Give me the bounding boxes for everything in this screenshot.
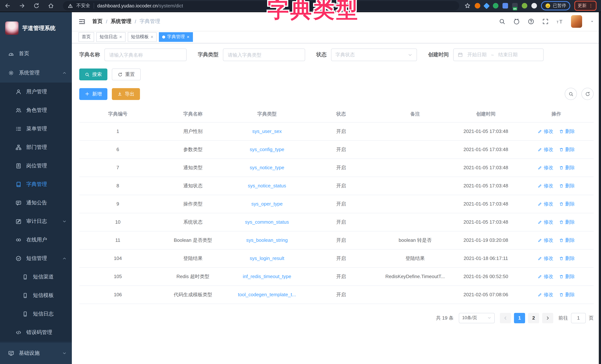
browser-menu-icon[interactable] xyxy=(588,3,593,8)
search-button[interactable]: 搜索 xyxy=(79,69,107,80)
fullscreen-icon[interactable] xyxy=(542,18,549,25)
refresh-table-button[interactable] xyxy=(581,88,594,100)
sidebar-item-sms[interactable]: 短信管理 xyxy=(0,249,72,268)
browser-home-icon[interactable] xyxy=(48,3,54,9)
edit-action[interactable]: 修改 xyxy=(538,255,553,262)
dict-type-link[interactable]: sys_boolean_string xyxy=(246,237,288,243)
edit-action[interactable]: 修改 xyxy=(538,291,553,298)
edit-action[interactable]: 修改 xyxy=(538,237,553,243)
sidebar-item-system[interactable]: 系统管理 xyxy=(0,63,72,82)
app-logo[interactable]: 芋道管理系统 xyxy=(0,12,72,44)
dict-type-link[interactable]: sys_notice_type xyxy=(250,165,284,170)
edit-action[interactable]: 修改 xyxy=(538,146,553,153)
breadcrumb-item[interactable]: 首页 xyxy=(92,18,103,25)
delete-action[interactable]: 删除 xyxy=(559,291,575,298)
help-icon[interactable] xyxy=(528,18,534,25)
tab-close-icon[interactable]: × xyxy=(187,34,190,39)
bookmark-star-icon[interactable] xyxy=(464,3,471,9)
sidebar-item-label: 菜单管理 xyxy=(26,126,47,132)
delete-action[interactable]: 删除 xyxy=(559,128,575,135)
address-bar[interactable]: 不安全 dashboard.yudao.iocoder.cn/system/di… xyxy=(63,1,459,10)
edit-action[interactable]: 修改 xyxy=(538,273,553,280)
delete-action[interactable]: 删除 xyxy=(559,182,575,189)
sidebar-item-infra[interactable]: 基础设施 xyxy=(0,343,72,364)
sidebar-item-sms-log[interactable]: 短信日志 xyxy=(0,305,72,323)
sidebar-item-post[interactable]: 岗位管理 xyxy=(0,157,72,175)
sidebar-item-home[interactable]: 首页 xyxy=(0,44,72,63)
page-button-1[interactable]: 1 xyxy=(514,313,525,323)
browser-reload-icon[interactable] xyxy=(33,3,40,9)
extension-orange-circle-icon[interactable] xyxy=(475,3,480,9)
extension-blue-grid-icon[interactable] xyxy=(502,3,508,9)
browser-forward-icon[interactable] xyxy=(19,3,25,9)
tab-close-icon[interactable]: × xyxy=(119,34,122,39)
delete-action[interactable]: 删除 xyxy=(559,146,575,153)
dict-type-link[interactable]: sys_login_result xyxy=(250,255,284,261)
dict-type-link[interactable]: sys_oper_type xyxy=(251,201,282,207)
sidebar-item-role[interactable]: 角色管理 xyxy=(0,101,72,120)
extension-list-on-icon[interactable]: on xyxy=(512,3,518,9)
sidebar-item-sms-template[interactable]: 短信模板 xyxy=(0,286,72,305)
tab-item[interactable]: 首页 xyxy=(79,32,94,42)
profile-paused-chip[interactable]: 已暂停 xyxy=(541,1,570,10)
tab-item[interactable]: 短信模板× xyxy=(128,32,157,42)
delete-action[interactable]: 删除 xyxy=(559,164,575,171)
tab-close-icon[interactable]: × xyxy=(150,34,153,39)
github-icon[interactable] xyxy=(513,18,520,25)
export-button[interactable]: 导出 xyxy=(112,88,140,100)
sidebar-item-online-user[interactable]: 在线用户 xyxy=(0,231,72,249)
sidebar-item-dict[interactable]: 字典管理 xyxy=(0,175,72,194)
reset-button[interactable]: 重置 xyxy=(112,69,141,80)
date-range-picker[interactable]: 开始日期 ~ 结束日期 xyxy=(453,49,544,61)
extension-white-figure-icon[interactable] xyxy=(531,3,537,9)
prev-page-button[interactable] xyxy=(500,313,511,323)
page-button-2[interactable]: 2 xyxy=(528,313,539,323)
edit-action[interactable]: 修改 xyxy=(538,201,553,207)
goto-page-input[interactable] xyxy=(571,313,586,323)
dict-name-input[interactable] xyxy=(104,49,187,61)
edit-action[interactable]: 修改 xyxy=(538,128,553,135)
sidebar-item-sms-channel[interactable]: 短信渠道 xyxy=(0,268,72,286)
sidebar-item-menu[interactable]: 菜单管理 xyxy=(0,120,72,138)
tab-item[interactable]: 字典管理× xyxy=(159,32,193,42)
dict-type-link[interactable]: tool_codegen_template_t... xyxy=(238,292,296,297)
edit-label: 修改 xyxy=(544,164,553,171)
extension-green-leaf-icon[interactable] xyxy=(522,3,527,9)
edit-action[interactable]: 修改 xyxy=(538,182,553,189)
dict-type-link[interactable]: sys_notice_status xyxy=(248,183,286,189)
sidebar-item-dept[interactable]: 部门管理 xyxy=(0,138,72,157)
dict-type-input[interactable] xyxy=(223,49,305,61)
sidebar-item-error-code[interactable]: 错误码管理 xyxy=(0,323,72,342)
dict-type-link[interactable]: sys_config_type xyxy=(250,147,284,152)
tab-item[interactable]: 短信日志× xyxy=(96,32,125,42)
dict-type-link[interactable]: sys_common_status xyxy=(245,219,289,225)
dict-type-link[interactable]: sys_user_sex xyxy=(252,129,282,134)
edit-action[interactable]: 修改 xyxy=(538,219,553,225)
avatar-caret-icon[interactable] xyxy=(590,19,594,24)
search-icon[interactable] xyxy=(499,18,505,25)
delete-action[interactable]: 删除 xyxy=(559,201,575,207)
sidebar-item-user[interactable]: 用户管理 xyxy=(0,82,72,101)
next-page-button[interactable] xyxy=(542,313,553,323)
toggle-search-button[interactable] xyxy=(565,88,577,100)
font-size-icon[interactable]: TT xyxy=(557,18,563,25)
sidebar-item-audit-log[interactable]: 审计日志 xyxy=(0,212,72,231)
user-avatar[interactable] xyxy=(571,15,582,28)
delete-action[interactable]: 删除 xyxy=(559,219,575,225)
delete-action[interactable]: 删除 xyxy=(559,255,575,262)
edit-action[interactable]: 修改 xyxy=(538,164,553,171)
page-size-select[interactable]: 10条/页 xyxy=(459,313,495,323)
dict-type-link[interactable]: inf_redis_timeout_type xyxy=(243,274,291,279)
delete-action[interactable]: 删除 xyxy=(559,237,575,243)
extension-blue-gem-icon[interactable] xyxy=(483,3,490,9)
add-button[interactable]: 新增 xyxy=(79,88,107,100)
sidebar-menu: 首页系统管理用户管理角色管理菜单管理部门管理岗位管理字典管理通知公告审计日志在线… xyxy=(0,44,72,342)
sidebar-item-notice[interactable]: 通知公告 xyxy=(0,194,72,212)
breadcrumb-item[interactable]: 系统管理 xyxy=(111,18,131,25)
update-button[interactable]: 更新 xyxy=(574,1,597,11)
collapse-menu-icon[interactable] xyxy=(79,18,86,25)
status-select[interactable]: 字典状态 xyxy=(331,49,417,61)
browser-back-icon[interactable] xyxy=(4,3,11,9)
extension-green-circle-icon[interactable] xyxy=(493,3,498,9)
delete-action[interactable]: 删除 xyxy=(559,273,575,280)
